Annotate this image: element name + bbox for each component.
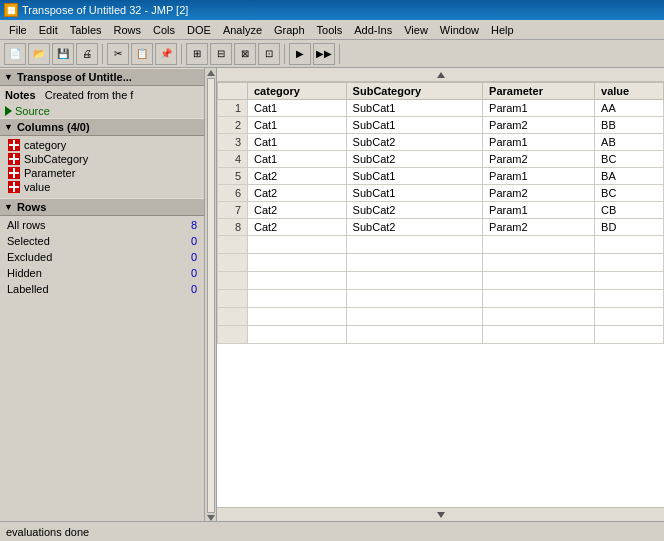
main-content: ▼ Transpose of Untitle... Notes Created … — [0, 68, 664, 521]
source-item[interactable]: Source — [0, 104, 204, 118]
cell-parameter: Param2 — [483, 219, 595, 236]
table-row[interactable]: 8 Cat2 SubCat2 Param2 BD — [218, 219, 664, 236]
menu-graph[interactable]: Graph — [269, 23, 310, 37]
col-item-category[interactable]: category — [5, 138, 199, 152]
empty-row-num — [218, 326, 248, 344]
data-table: category SubCategory Parameter value 1 C… — [217, 82, 664, 344]
col-item-parameter[interactable]: Parameter — [5, 166, 199, 180]
menu-help[interactable]: Help — [486, 23, 519, 37]
toolbar-script2[interactable]: ▶▶ — [313, 43, 335, 65]
menu-view[interactable]: View — [399, 23, 433, 37]
table-row[interactable]: 3 Cat1 SubCat2 Param1 AB — [218, 134, 664, 151]
menu-addins[interactable]: Add-Ins — [349, 23, 397, 37]
rows-excluded-value: 0 — [157, 250, 202, 264]
grid-scroll-top[interactable] — [217, 68, 664, 82]
table-row[interactable]: 7 Cat2 SubCat2 Param1 CB — [218, 202, 664, 219]
menu-tools[interactable]: Tools — [312, 23, 348, 37]
table-row[interactable]: 1 Cat1 SubCat1 Param1 AA — [218, 100, 664, 117]
row-number: 6 — [218, 185, 248, 202]
cell-value: CB — [595, 202, 664, 219]
toolbar-paste[interactable]: 📌 — [155, 43, 177, 65]
data-grid-container[interactable]: category SubCategory Parameter value 1 C… — [217, 82, 664, 507]
notes-label: Notes — [5, 89, 36, 101]
rows-section-header[interactable]: ▼ Rows — [0, 198, 204, 216]
left-panel: ▼ Transpose of Untitle... Notes Created … — [0, 68, 205, 521]
toolbar-cut[interactable]: ✂ — [107, 43, 129, 65]
menu-bar: File Edit Tables Rows Cols DOE Analyze G… — [0, 20, 664, 40]
cell-subcategory: SubCat2 — [346, 219, 482, 236]
table-row[interactable]: 2 Cat1 SubCat1 Param2 BB — [218, 117, 664, 134]
toolbar-copy[interactable]: 📋 — [131, 43, 153, 65]
toolbar-separator-4 — [339, 44, 340, 64]
col-label-subcategory: SubCategory — [24, 153, 88, 165]
toolbar-table2[interactable]: ⊟ — [210, 43, 232, 65]
scroll-track — [207, 78, 215, 513]
col-header-parameter[interactable]: Parameter — [483, 83, 595, 100]
rows-selected-value: 0 — [157, 234, 202, 248]
right-panel: category SubCategory Parameter value 1 C… — [217, 68, 664, 521]
toolbar-separator-1 — [102, 44, 103, 64]
toolbar-table4[interactable]: ⊡ — [258, 43, 280, 65]
col-icon-category — [8, 139, 20, 151]
source-label: Source — [15, 105, 50, 117]
toolbar-table1[interactable]: ⊞ — [186, 43, 208, 65]
menu-edit[interactable]: Edit — [34, 23, 63, 37]
toolbar-save[interactable]: 💾 — [52, 43, 74, 65]
grid-scroll-bottom[interactable] — [217, 507, 664, 521]
rows-hidden: Hidden 0 — [2, 266, 202, 280]
rows-title: Rows — [17, 201, 46, 213]
menu-rows[interactable]: Rows — [109, 23, 147, 37]
toolbar-script1[interactable]: ▶ — [289, 43, 311, 65]
cell-value: AB — [595, 134, 664, 151]
cell-parameter: Param2 — [483, 185, 595, 202]
toolbar-new[interactable]: 📄 — [4, 43, 26, 65]
col-item-subcategory[interactable]: SubCategory — [5, 152, 199, 166]
toolbar-separator-2 — [181, 44, 182, 64]
col-header-category[interactable]: category — [248, 83, 347, 100]
jmp-icon: ▦ — [4, 3, 18, 17]
menu-window[interactable]: Window — [435, 23, 484, 37]
columns-list: category SubCategory Parameter value — [0, 136, 204, 196]
rows-labelled-value: 0 — [157, 282, 202, 296]
empty-row — [218, 272, 664, 290]
notes-value: Created from the f — [45, 89, 134, 101]
col-item-value[interactable]: value — [5, 180, 199, 194]
rows-allrows-value: 8 — [157, 218, 202, 232]
toolbar-print[interactable]: 🖨 — [76, 43, 98, 65]
table-row[interactable]: 6 Cat2 SubCat1 Param2 BC — [218, 185, 664, 202]
row-number: 1 — [218, 100, 248, 117]
cell-value: BC — [595, 185, 664, 202]
cell-parameter: Param2 — [483, 151, 595, 168]
scroll-up-icon[interactable] — [207, 70, 215, 76]
table-header-row: category SubCategory Parameter value — [218, 83, 664, 100]
menu-doe[interactable]: DOE — [182, 23, 216, 37]
row-number: 3 — [218, 134, 248, 151]
columns-section-header[interactable]: ▼ Columns (4/0) — [0, 118, 204, 136]
table-title: Transpose of Untitle... — [17, 71, 132, 83]
cell-parameter: Param2 — [483, 117, 595, 134]
rows-allrows: All rows 8 — [2, 218, 202, 232]
toolbar-table3[interactable]: ⊠ — [234, 43, 256, 65]
empty-row — [218, 326, 664, 344]
menu-cols[interactable]: Cols — [148, 23, 180, 37]
toolbar-open[interactable]: 📂 — [28, 43, 50, 65]
menu-file[interactable]: File — [4, 23, 32, 37]
rows-excluded: Excluded 0 — [2, 250, 202, 264]
rows-selected: Selected 0 — [2, 234, 202, 248]
table-row[interactable]: 5 Cat2 SubCat1 Param1 BA — [218, 168, 664, 185]
title-bar: ▦ Transpose of Untitled 32 - JMP [2] — [0, 0, 664, 20]
cell-parameter: Param1 — [483, 168, 595, 185]
svg-rect-3 — [13, 154, 15, 164]
scroll-down-icon[interactable] — [207, 515, 215, 521]
col-header-value[interactable]: value — [595, 83, 664, 100]
table-row[interactable]: 4 Cat1 SubCat2 Param2 BC — [218, 151, 664, 168]
cell-value: BB — [595, 117, 664, 134]
svg-rect-5 — [13, 168, 15, 178]
source-arrow-icon — [5, 106, 12, 116]
menu-analyze[interactable]: Analyze — [218, 23, 267, 37]
menu-tables[interactable]: Tables — [65, 23, 107, 37]
cell-subcategory: SubCat2 — [346, 202, 482, 219]
table-section-header[interactable]: ▼ Transpose of Untitle... — [0, 68, 204, 86]
empty-row-num — [218, 236, 248, 254]
col-header-subcategory[interactable]: SubCategory — [346, 83, 482, 100]
